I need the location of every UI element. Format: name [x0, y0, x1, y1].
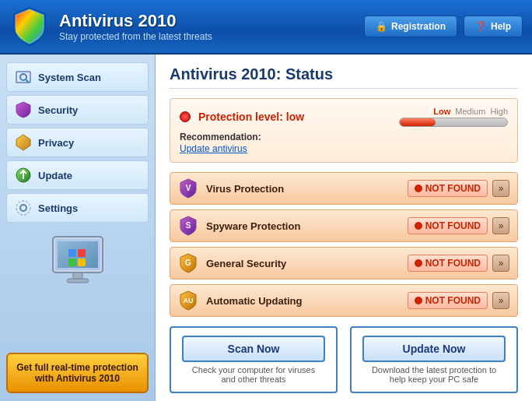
badge-dot: [415, 185, 422, 192]
general-security-icon: G: [178, 253, 198, 273]
svg-point-5: [20, 205, 26, 211]
protection-level-indicator: [180, 111, 191, 122]
svg-text:G: G: [185, 259, 191, 267]
automatic-updating-expand[interactable]: »: [492, 292, 509, 309]
scan-icon: [15, 69, 32, 86]
spyware-protection-expand[interactable]: »: [492, 217, 509, 234]
sidebar-item-privacy[interactable]: Privacy: [6, 128, 149, 157]
level-high-label: High: [490, 107, 508, 116]
action-row: Scan Now Check your computer for viruses…: [170, 326, 518, 393]
badge-dot: [415, 259, 422, 267]
promo-banner[interactable]: Get full real-time protection with Antiv…: [6, 353, 149, 393]
sidebar-item-security[interactable]: Security: [6, 95, 149, 125]
status-item-spyware-protection: S Spyware Protection NOT FOUND »: [170, 209, 518, 242]
update-card: Update Now Download the latest protectio…: [350, 326, 518, 393]
spyware-protection-icon: S: [178, 216, 198, 236]
svg-text:AU: AU: [184, 297, 194, 304]
registration-button[interactable]: 🔒 Registration: [364, 16, 457, 37]
spyware-protection-badge: NOT FOUND: [408, 217, 488, 234]
protection-level-text: Protection level: low: [198, 111, 304, 123]
level-low-label: Low: [433, 107, 450, 116]
sidebar-item-update[interactable]: Update: [6, 160, 149, 190]
update-now-button[interactable]: Update Now: [362, 336, 506, 362]
automatic-updating-badge: NOT FOUND: [408, 292, 488, 309]
app-header: Antivirus 2010 Stay protected from the l…: [0, 0, 532, 55]
sidebar-item-settings[interactable]: Settings: [6, 193, 149, 223]
virus-protection-expand[interactable]: »: [492, 180, 509, 197]
protection-progress-fill: [400, 118, 436, 126]
protection-level-row: Protection level: low Low Medium High: [180, 107, 508, 127]
update-antivirus-link[interactable]: Update antivirus: [180, 143, 247, 154]
svg-rect-13: [78, 259, 86, 266]
lock-icon: 🔒: [376, 21, 387, 32]
update-desc-1: Download the latest protection to: [362, 365, 506, 375]
spyware-protection-label: Spyware Protection: [206, 220, 408, 232]
scan-desc-1: Check your computer for viruses: [182, 365, 325, 375]
svg-point-6: [16, 201, 30, 215]
level-medium-label: Medium: [455, 107, 485, 116]
help-button[interactable]: ❓ Help: [464, 16, 523, 37]
scan-card: Scan Now Check your computer for viruses…: [170, 326, 338, 393]
virus-protection-icon: V: [178, 178, 198, 199]
svg-rect-10: [68, 249, 76, 257]
main-layout: System Scan Security: [0, 55, 532, 401]
monitor-image: [6, 234, 149, 292]
protection-progress-bar: [399, 118, 508, 127]
settings-icon: [15, 199, 32, 216]
badge-dot: [415, 222, 422, 230]
virus-protection-badge: NOT FOUND: [408, 180, 488, 197]
general-security-badge: NOT FOUND: [408, 255, 488, 272]
status-item-virus-protection: V Virus Protection NOT FOUND »: [170, 172, 518, 205]
badge-dot: [415, 297, 422, 304]
status-item-general-security: G General Security NOT FOUND »: [170, 247, 518, 280]
app-logo: [9, 6, 50, 47]
svg-text:V: V: [186, 184, 191, 192]
app-title: Antivirus 2010: [59, 11, 364, 31]
header-buttons: 🔒 Registration ❓ Help: [364, 16, 523, 37]
status-items-list: V Virus Protection NOT FOUND » S Spyware…: [170, 172, 518, 317]
protection-level-box: Protection level: low Low Medium High Re…: [170, 98, 518, 163]
general-security-expand[interactable]: »: [492, 255, 509, 272]
general-security-label: General Security: [206, 258, 408, 269]
svg-rect-11: [78, 249, 86, 257]
sidebar: System Scan Security: [0, 55, 156, 401]
help-icon: ❓: [475, 21, 487, 32]
app-subtitle: Stay protected from the latest threats: [59, 31, 364, 42]
page-title: Antivirus 2010: Status: [170, 65, 518, 89]
automatic-updating-label: Automatic Updating: [206, 295, 408, 307]
virus-protection-label: Virus Protection: [206, 183, 408, 195]
scan-desc-2: and other threats: [182, 375, 325, 384]
svg-rect-12: [68, 259, 76, 266]
sidebar-item-system-scan[interactable]: System Scan: [6, 62, 149, 92]
content-area: Antivirus 2010: Status Protection level:…: [156, 55, 532, 401]
status-item-automatic-updating: AU Automatic Updating NOT FOUND »: [170, 284, 518, 317]
svg-text:S: S: [186, 221, 191, 230]
svg-rect-14: [73, 273, 82, 279]
scan-now-button[interactable]: Scan Now: [182, 336, 325, 362]
svg-marker-3: [16, 135, 30, 150]
automatic-updating-icon: AU: [178, 290, 198, 311]
privacy-icon: [15, 134, 32, 151]
update-icon: [15, 167, 32, 184]
app-title-block: Antivirus 2010 Stay protected from the l…: [59, 11, 364, 42]
svg-rect-15: [67, 279, 89, 283]
update-desc-2: help keep your PC safe: [362, 375, 506, 384]
recommendation-label: Recommendation:: [180, 132, 508, 142]
security-icon: [15, 101, 32, 118]
